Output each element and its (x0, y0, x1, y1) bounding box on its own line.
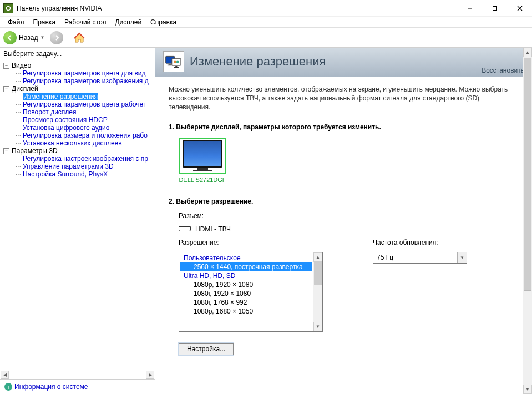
scrollbar-thumb[interactable] (524, 58, 531, 291)
resolution-group-custom: Пользовательское (180, 254, 312, 262)
scroll-right-icon[interactable]: ▶ (146, 371, 154, 379)
menu-display[interactable]: Дисплей (110, 17, 146, 27)
tree-item[interactable]: ⋯Регулировка параметров цвета для вид (8, 69, 155, 77)
scroll-down-icon[interactable]: ▼ (313, 322, 322, 331)
step2-title: 2. Выберите разрешение. (169, 198, 532, 205)
tree-item[interactable]: ⋯Настройка Surround, PhysX (8, 170, 155, 178)
home-button[interactable] (73, 31, 86, 44)
toolbar: Назад ▼ (0, 28, 532, 48)
page-header: Изменение разрешения Восстановить (155, 48, 532, 77)
resolution-group-hd: Ultra HD, HD, SD (180, 271, 312, 280)
menu-help[interactable]: Справка (146, 17, 181, 27)
tree-item[interactable]: ⋯Установка цифрового аудио (8, 124, 155, 132)
tree-item[interactable]: ⋯Регулировка размера и положения рабо (8, 132, 155, 139)
collapse-icon[interactable]: − (3, 148, 9, 154)
scrollbar-thumb[interactable] (314, 262, 322, 285)
scroll-up-icon[interactable]: ▲ (523, 48, 532, 57)
maximize-button[interactable] (482, 0, 507, 16)
svg-rect-12 (175, 66, 177, 67)
tree-item-change-resolution[interactable]: ⋯Изменение разрешения (8, 93, 155, 100)
menu-edit[interactable]: Правка (29, 17, 60, 27)
chevron-down-icon: ▼ (457, 252, 467, 263)
menu-desktop[interactable]: Рабочий стол (60, 17, 110, 27)
titlebar: Панель управления NVIDIA (0, 0, 532, 17)
task-tree: − Видео ⋯Регулировка параметров цвета дл… (0, 60, 155, 370)
display-tile[interactable]: DELL S2721DGF (179, 138, 226, 183)
section-separator (169, 363, 515, 363)
main-area: Выберите задачу... − Видео ⋯Регулировка … (0, 48, 532, 394)
svg-point-10 (174, 60, 176, 63)
back-arrow-icon (3, 31, 17, 44)
tree-group-3d[interactable]: − Параметры 3D (2, 147, 155, 155)
page-description: Можно уменьшить количество элементов, от… (169, 85, 532, 112)
content-pane: Изменение разрешения Восстановить Можно … (155, 48, 532, 394)
resolution-item[interactable]: 2560 × 1440, построчная развертка (180, 262, 312, 271)
customize-button[interactable]: Настройка... (179, 343, 234, 355)
svg-point-11 (176, 60, 179, 63)
window-title: Панель управления NVIDIA (17, 4, 457, 12)
collapse-icon[interactable]: − (3, 63, 9, 69)
scroll-left-icon[interactable]: ◀ (1, 371, 9, 379)
resolution-listbox[interactable]: Пользовательское 2560 × 1440, построчная… (179, 252, 323, 332)
sidebar: Выберите задачу... − Видео ⋯Регулировка … (0, 48, 155, 394)
system-info-link[interactable]: i Информация о системе (0, 379, 155, 394)
minimize-button[interactable] (457, 0, 482, 16)
tree-item[interactable]: ⋯Установка нескольких дисплеев (8, 139, 155, 147)
scroll-up-icon[interactable]: ▲ (313, 252, 322, 262)
resolution-scrollbar[interactable]: ▲ ▼ (313, 252, 322, 331)
task-header: Выберите задачу... (0, 48, 155, 60)
tree-item[interactable]: ⋯Просмотр состояния HDCP (8, 116, 155, 124)
back-button[interactable]: Назад ▼ (3, 31, 44, 44)
collapse-icon[interactable]: − (3, 86, 9, 92)
content-scrollbar[interactable]: ▲ ▼ (523, 48, 532, 394)
resolution-item[interactable]: 1080p, 1680 × 1050 (180, 307, 312, 316)
refresh-rate-value: 75 Гц (377, 254, 393, 261)
close-button[interactable] (507, 0, 532, 16)
nvidia-icon (3, 3, 13, 13)
sidebar-h-scrollbar[interactable]: ◀ ▶ (0, 370, 155, 379)
resolution-label: Разрешение: (179, 239, 323, 246)
tree-item[interactable]: ⋯Регулировка параметров цвета рабочег (8, 100, 155, 108)
connector-label: Разъем: (179, 212, 532, 220)
svg-rect-3 (493, 6, 496, 10)
resolution-item[interactable]: 1080i, 1920 × 1080 (180, 289, 312, 298)
refresh-rate-dropdown[interactable]: 75 Гц ▼ (373, 252, 467, 264)
menu-file[interactable]: Файл (3, 17, 29, 27)
forward-button[interactable] (50, 31, 63, 44)
svg-rect-13 (174, 67, 179, 68)
tree-item[interactable]: ⋯Управление параметрами 3D (8, 163, 155, 170)
tree-item[interactable]: ⋯Регулировка настроек изображения с пр (8, 155, 155, 163)
monitor-icon (179, 138, 226, 174)
monitor-name: DELL S2721DGF (179, 176, 226, 183)
scroll-down-icon[interactable]: ▼ (523, 385, 532, 394)
restore-defaults-link[interactable]: Восстановить (482, 67, 524, 74)
content-body: Можно уменьшить количество элементов, от… (155, 77, 532, 394)
connector-value: HDMI - ТВЧ (195, 225, 231, 233)
tree-group-video[interactable]: − Видео (2, 62, 155, 69)
svg-point-1 (7, 7, 10, 10)
menubar: Файл Правка Рабочий стол Дисплей Справка (0, 17, 532, 28)
tree-item[interactable]: ⋯Поворот дисплея (8, 108, 155, 116)
page-title: Изменение разрешения (190, 54, 326, 69)
info-icon: i (4, 383, 12, 391)
refresh-label: Частота обновления: (373, 239, 467, 246)
step1-title: 1. Выберите дисплей, параметры которого … (169, 123, 532, 131)
tree-item[interactable]: ⋯Регулировка параметров изображения д (8, 77, 155, 85)
svg-rect-7 (169, 64, 171, 65)
tree-group-display[interactable]: − Дисплей (2, 85, 155, 93)
back-label: Назад (19, 34, 38, 42)
hdmi-icon (179, 226, 191, 231)
page-header-icon (163, 51, 184, 72)
resolution-item[interactable]: 1080p, 1920 × 1080 (180, 280, 312, 289)
resolution-item[interactable]: 1080i, 1768 × 992 (180, 298, 312, 307)
toolbar-separator (68, 31, 68, 44)
